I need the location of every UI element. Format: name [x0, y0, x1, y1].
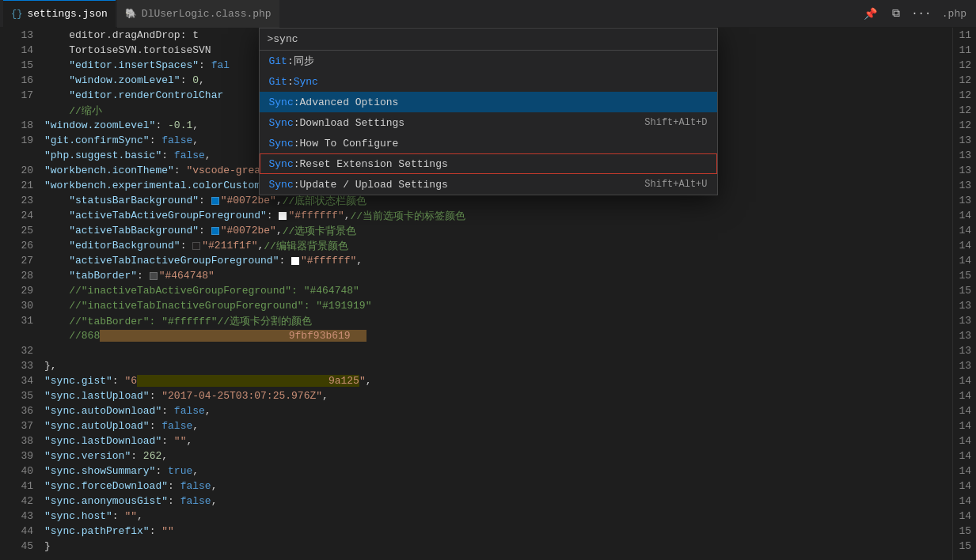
command-item-sync-howto[interactable]: Sync : How To Configure	[260, 133, 717, 153]
cmd-sync-reset-text: Reset Extension Settings	[300, 158, 448, 170]
cmd-sync-up-text: Update / Upload Settings	[300, 179, 448, 191]
command-input-row	[260, 28, 717, 51]
cmd-sync-adv-text: Advanced Options	[300, 96, 399, 108]
more-actions-button[interactable]: ···	[910, 2, 932, 25]
tab-diuserlogic[interactable]: 🐘 DlUserLogic.class.php	[117, 0, 279, 28]
cmd-git2-sync-text: Sync	[294, 76, 318, 88]
cmd-sync-dl-shortcut: Shift+Alt+D	[644, 117, 707, 128]
cmd-sync-adv-colon: :	[294, 96, 300, 108]
cmd-git-prefix: Git	[269, 55, 287, 67]
split-editor-button[interactable]: ⧉	[885, 2, 907, 25]
cmd-sync-adv-prefix: Sync	[269, 96, 294, 108]
cmd-git-sync-text: 同步	[294, 54, 314, 68]
php-label-right: .php	[936, 8, 973, 20]
cmd-sync-reset-colon: :	[294, 158, 300, 170]
command-palette: Git : 同步 Git : Sync	[259, 28, 718, 195]
tab-settings-label: settings.json	[27, 8, 107, 20]
tab-diuserlogic-label: DlUserLogic.class.php	[142, 8, 272, 20]
cmd-sync-dl-text: Download Settings	[300, 117, 405, 129]
command-item-sync-download[interactable]: Sync : Download Settings Shift+Alt+D	[260, 112, 717, 133]
cmd-sync-howto-colon: :	[294, 138, 300, 149]
cmd-sync-howto-prefix: Sync	[269, 138, 294, 149]
command-palette-overlay: Git : 同步 Git : Sync	[0, 28, 976, 560]
command-item-sync-advanced[interactable]: Sync : Advanced Options	[260, 92, 717, 112]
command-input[interactable]	[268, 33, 709, 45]
cmd-sync-up-prefix: Sync	[269, 179, 294, 191]
cmd-git2-prefix: Git	[269, 76, 287, 88]
cmd-sync-dl-prefix: Sync	[269, 117, 294, 129]
cmd-sync-howto-text: How To Configure	[300, 138, 399, 149]
cmd-sync-up-shortcut: Shift+Alt+U	[644, 179, 707, 190]
tab-bar: {} settings.json 🐘 DlUserLogic.class.php…	[0, 0, 976, 28]
command-item-git-sync-en[interactable]: Git : Sync	[260, 71, 717, 92]
json-icon: {}	[11, 9, 22, 20]
command-item-sync-upload[interactable]: Sync : Update / Upload Settings Shift+Al…	[260, 174, 717, 195]
cmd-sync-reset-prefix: Sync	[269, 158, 294, 170]
tab-actions: 📌 ⧉ ··· .php	[860, 2, 973, 25]
main-area: Git : 同步 Git : Sync	[0, 28, 976, 560]
command-dropdown: Git : 同步 Git : Sync	[260, 51, 717, 195]
cmd-git2-colon: :	[287, 76, 294, 88]
tab-settings-json[interactable]: {} settings.json	[3, 0, 116, 28]
command-item-git-sync[interactable]: Git : 同步	[260, 51, 717, 71]
cmd-sync-up-colon: :	[294, 179, 300, 191]
cmd-sync-dl-colon: :	[294, 117, 300, 129]
pin-button[interactable]: 📌	[860, 2, 882, 25]
php-icon: 🐘	[125, 8, 137, 20]
cmd-git-colon: :	[287, 55, 294, 67]
command-item-sync-reset[interactable]: Sync : Reset Extension Settings	[260, 153, 717, 174]
